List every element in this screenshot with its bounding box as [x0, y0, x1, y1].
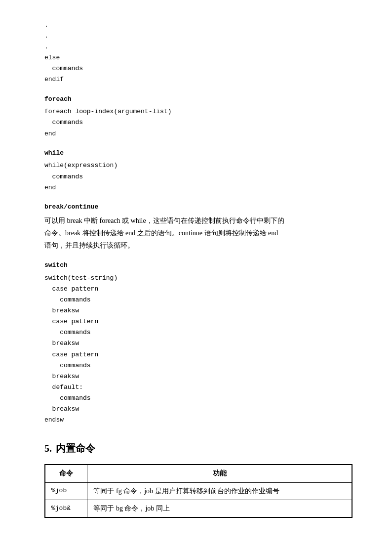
col-header-command: 命令: [45, 465, 87, 482]
table-row: %job 等同于 fg 命令，job 是用户打算转移到前台的作业的作业编号: [45, 482, 352, 500]
else-line: else: [44, 52, 353, 63]
while-commands: commands: [44, 171, 353, 182]
page-content: . . . else commands endif foreach foreac…: [44, 20, 353, 518]
dot-lines: . . .: [44, 20, 353, 52]
foreach-title: foreach: [44, 94, 353, 105]
description-cell-0: 等同于 fg 命令，job 是用户打算转移到前台的作业的作业编号: [87, 482, 352, 500]
command-cell-0: %job: [45, 482, 87, 500]
foreach-syntax: foreach loop-index(argument-list): [44, 106, 353, 117]
table-header-row: 命令 功能: [45, 465, 352, 482]
switch-breaksw-1: breaksw: [44, 338, 353, 349]
section-5-heading: 5. 内置命令: [44, 440, 353, 456]
table-row: %job& 等同于 bg 命令，job 同上: [45, 500, 352, 517]
endif-line: endif: [44, 74, 353, 85]
command-cell-1: %job&: [45, 500, 87, 517]
if-commands-line: commands: [44, 63, 353, 74]
foreach-section: foreach foreach loop-index(argument-list…: [44, 94, 353, 139]
break-title: break/continue: [44, 202, 353, 213]
switch-line-1: case pattern: [44, 316, 353, 327]
while-syntax: while(expressstion): [44, 160, 353, 171]
break-desc-1: 可以用 break 中断 foreach 或 while，这些语句在传递控制前执…: [44, 217, 284, 224]
section-5-number: 5.: [44, 440, 52, 456]
switch-code: switch(test-string) case pattern command…: [44, 273, 353, 426]
commands-table: 命令 功能 %job 等同于 fg 命令，job 是用户打算转移到前台的作业的作…: [45, 465, 352, 517]
switch-section: switch switch(test-string) case pattern …: [44, 260, 353, 426]
switch-breaksw-2: breaksw: [44, 371, 353, 382]
description-cell-1: 等同于 bg 命令，job 同上: [87, 500, 352, 517]
foreach-code: foreach loop-index(argument-list) comman…: [44, 106, 353, 139]
switch-breaksw-3: breaksw: [44, 404, 353, 415]
switch-commands-1: commands: [44, 327, 353, 338]
switch-title: switch: [44, 260, 353, 271]
foreach-end: end: [44, 128, 353, 139]
while-code: while(expressstion) commands end: [44, 160, 353, 193]
switch-default: default:: [44, 382, 353, 393]
switch-endsw: endsw: [44, 415, 353, 426]
switch-line-2: case pattern: [44, 349, 353, 360]
switch-line-0: case pattern: [44, 284, 353, 295]
break-desc: 可以用 break 中断 foreach 或 while，这些语句在传递控制前执…: [44, 214, 353, 252]
break-section: break/continue 可以用 break 中断 foreach 或 wh…: [44, 202, 353, 252]
col-header-function: 功能: [87, 465, 352, 482]
switch-commands-3: commands: [44, 393, 353, 404]
section-5-title: 内置命令: [56, 440, 95, 456]
while-end: end: [44, 182, 353, 193]
break-desc-2: 命令。break 将控制传递给 end 之后的语句。continue 语句则将控…: [44, 229, 278, 237]
while-section: while while(expressstion) commands end: [44, 148, 353, 193]
dot-3: .: [44, 42, 353, 52]
foreach-commands: commands: [44, 117, 353, 128]
while-title: while: [44, 148, 353, 159]
builtin-commands-table: 命令 功能 %job 等同于 fg 命令，job 是用户打算转移到前台的作业的作…: [44, 464, 353, 518]
dot-1: .: [44, 20, 353, 31]
dot-2: .: [44, 31, 353, 42]
switch-syntax: switch(test-string): [44, 273, 353, 284]
if-else-section: else commands endif: [44, 52, 353, 85]
break-desc-3: 语句，并且持续执行该循环。: [44, 242, 134, 249]
switch-commands-2: commands: [44, 360, 353, 371]
switch-commands-0: commands: [44, 295, 353, 305]
switch-breaksw-0: breaksw: [44, 305, 353, 316]
